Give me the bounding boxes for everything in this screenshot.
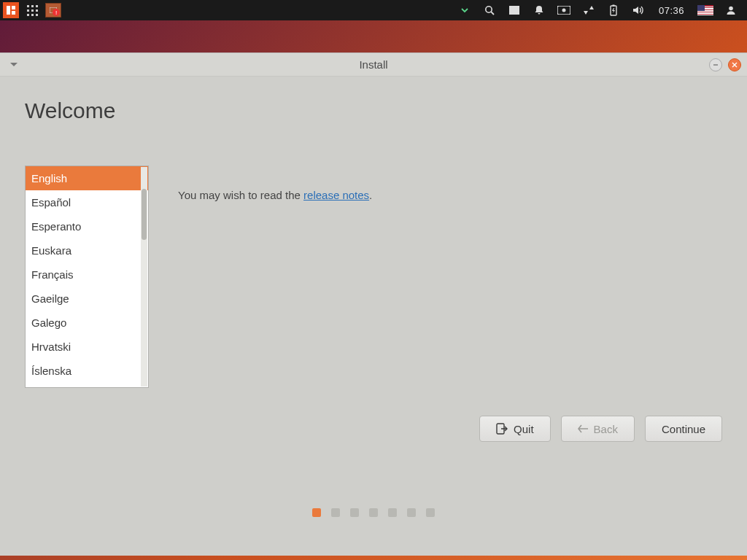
search-icon[interactable] [482,3,497,18]
language-option[interactable]: Galego [26,311,148,335]
svg-rect-10 [612,5,614,7]
progress-step-dots [312,508,435,517]
chevron-down-icon[interactable] [457,3,472,18]
release-suffix: . [369,189,372,201]
release-prefix: You may wish to read the [178,189,303,201]
language-option[interactable]: Français [26,262,148,287]
step-dot [312,508,321,517]
clock[interactable]: 07:36 [659,5,684,16]
exit-icon [496,423,508,435]
svg-point-4 [486,7,492,12]
system-top-panel: ! 07:36 [0,0,747,20]
step-dot [388,508,397,517]
step-dot [407,508,416,517]
svg-point-8 [562,9,565,12]
svg-point-11 [729,7,733,11]
battery-icon[interactable] [606,3,621,18]
launcher-icon[interactable] [3,2,19,18]
svg-rect-0 [7,6,10,15]
step-dot [331,508,340,517]
keyboard-layout-flag-icon[interactable] [697,5,713,15]
language-option[interactable]: Esperanto [26,214,148,238]
page-title: Welcome [25,98,722,123]
language-option[interactable]: Español [26,190,148,214]
network-icon[interactable] [581,3,596,18]
app-grid-icon[interactable] [25,3,39,18]
language-option[interactable]: Euskara [26,238,148,262]
language-option[interactable]: English [26,166,148,190]
svg-rect-6 [509,6,519,15]
quit-button[interactable]: Quit [479,416,551,442]
release-notes-link[interactable]: release notes [303,189,369,201]
back-label: Back [594,423,618,435]
step-dot [350,508,359,517]
minimize-button[interactable] [709,58,722,71]
back-button[interactable]: Back [561,416,635,442]
scrollbar-thumb[interactable] [142,189,147,240]
notifications-icon[interactable] [532,3,546,18]
workspace-icon[interactable] [507,3,522,18]
svg-line-5 [491,12,494,15]
language-option[interactable]: Gaeilge [26,287,148,311]
step-dot [426,508,435,517]
listbox-scrollbar[interactable] [141,167,147,386]
window-menu-dropdown[interactable] [6,57,22,73]
language-option[interactable]: Italiano [26,383,148,388]
window-title: Install [359,58,387,71]
language-option[interactable]: Íslenska [26,359,148,383]
installer-window: Install Welcome EnglishEspañolEsperantoE… [0,52,747,556]
step-dot [369,508,378,517]
volume-icon[interactable] [631,3,646,18]
svg-rect-1 [12,6,15,9]
warning-badge-icon: ! [53,9,60,16]
tray-app-icon[interactable]: ! [45,3,61,18]
arrow-left-icon [578,424,588,433]
continue-button[interactable]: Continue [645,416,722,442]
language-listbox[interactable]: EnglishEspañolEsperantoEuskaraFrançaisGa… [25,166,149,388]
release-notes-text: You may wish to read the release notes. [178,166,372,201]
language-option[interactable]: Hrvatski [26,335,148,359]
close-button[interactable] [728,58,741,71]
continue-label: Continue [662,423,705,435]
svg-rect-2 [12,11,15,15]
quit-label: Quit [514,423,534,435]
display-icon[interactable] [557,3,571,18]
user-icon[interactable] [724,3,738,18]
window-titlebar: Install [0,53,747,77]
